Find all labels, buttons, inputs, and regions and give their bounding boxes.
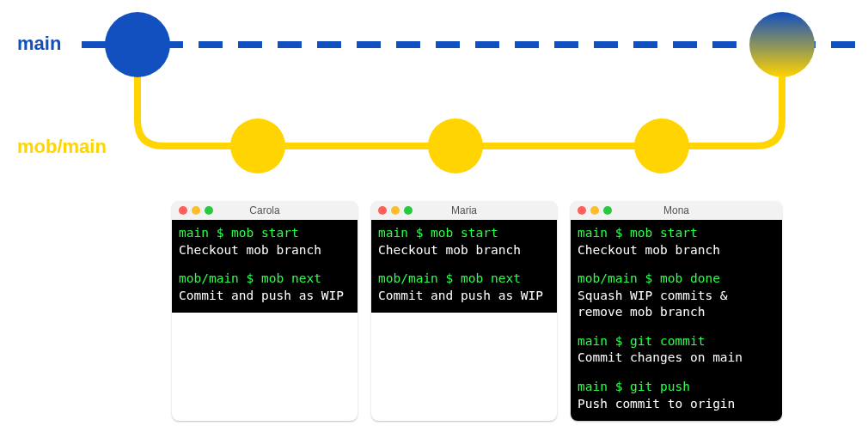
terminal-output: Commit changes on main xyxy=(578,350,775,367)
terminal-command: mob/main $ mob next xyxy=(179,271,351,288)
terminal-body: main $ mob start Checkout mob branch mob… xyxy=(371,220,557,313)
terminal-body: main $ mob start Checkout mob branch mob… xyxy=(172,220,358,313)
branch-label-mob: mob/main xyxy=(17,136,107,158)
terminals-row: Carola main $ mob start Checkout mob bra… xyxy=(0,201,868,421)
terminal-output: Squash WIP commits & remove mob branch xyxy=(578,288,775,321)
terminal-command: mob/main $ mob next xyxy=(378,271,550,288)
terminal-maria: Maria main $ mob start Checkout mob bran… xyxy=(371,201,557,421)
terminal-command: main $ mob start xyxy=(578,225,775,242)
terminal-title: Maria xyxy=(371,204,557,216)
terminal-body: main $ mob start Checkout mob branch mob… xyxy=(571,220,782,421)
terminal-output: Checkout mob branch xyxy=(378,242,550,259)
terminal-titlebar: Carola xyxy=(172,201,358,220)
commit-mob-1 xyxy=(230,119,285,173)
terminal-mona: Mona main $ mob start Checkout mob branc… xyxy=(571,201,782,421)
branch-label-main: main xyxy=(17,33,61,55)
terminal-output: Commit and push as WIP xyxy=(179,288,351,305)
terminal-command: main $ mob start xyxy=(179,225,351,242)
terminal-titlebar: Maria xyxy=(371,201,557,220)
terminal-command: main $ mob start xyxy=(378,225,550,242)
terminal-output: Checkout mob branch xyxy=(179,242,351,259)
terminal-command: main $ git push xyxy=(578,379,775,396)
terminal-carola: Carola main $ mob start Checkout mob bra… xyxy=(172,201,358,421)
terminal-command: mob/main $ mob done xyxy=(578,271,775,288)
terminal-title: Carola xyxy=(172,204,358,216)
terminal-title: Mona xyxy=(571,204,782,216)
commit-merge xyxy=(749,12,815,77)
commit-mob-3 xyxy=(634,119,689,173)
commit-mob-2 xyxy=(428,119,483,173)
branch-graph xyxy=(0,0,868,189)
terminal-output: Push commit to origin xyxy=(578,396,775,413)
terminal-output: Checkout mob branch xyxy=(578,242,775,259)
terminal-command: main $ git commit xyxy=(578,333,775,350)
commit-main-start xyxy=(105,12,170,77)
terminal-output: Commit and push as WIP xyxy=(378,288,550,305)
terminal-titlebar: Mona xyxy=(571,201,782,220)
